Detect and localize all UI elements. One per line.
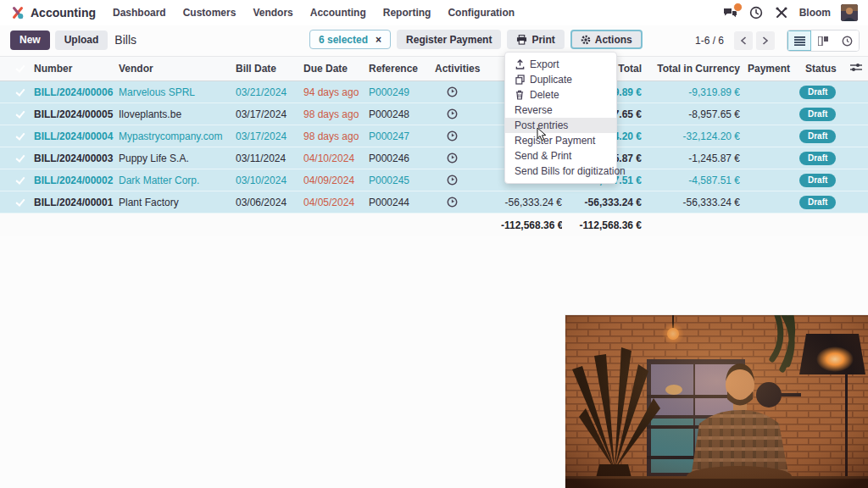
selected-count-badge[interactable]: 6 selected ×	[309, 30, 391, 49]
pager-next-icon[interactable]	[756, 31, 775, 50]
col-header-bill-date[interactable]: Bill Date	[236, 63, 303, 75]
bill-number[interactable]: BILL/2024/00001	[34, 197, 119, 208]
kanban-view-icon[interactable]	[811, 30, 835, 51]
table-header-row: Number Vendor Bill Date Due Date Referen…	[0, 56, 868, 81]
activity-clock-icon[interactable]	[447, 152, 501, 164]
col-header-reference[interactable]: Reference	[369, 63, 435, 75]
bill-due-date: 04/05/2024	[303, 197, 369, 208]
bill-number[interactable]: BILL/2024/00004	[34, 130, 119, 142]
menu-item-label: Reverse	[515, 104, 553, 116]
menu-item-label: Register Payment	[515, 135, 595, 147]
table-row[interactable]: BILL/2024/00004 Mypastrycompany.com 03/1…	[0, 125, 868, 147]
new-button[interactable]: New	[10, 30, 50, 50]
nav-accounting[interactable]: Accounting	[302, 7, 375, 19]
breadcrumb[interactable]: Bills	[114, 33, 136, 47]
bill-date: 03/17/2024	[236, 108, 303, 120]
activity-clock-icon[interactable]	[447, 130, 501, 141]
odoo-accounting-logo-icon	[10, 5, 25, 20]
presenter-scene	[565, 315, 868, 488]
messages-icon[interactable]	[723, 5, 738, 20]
table-row[interactable]: BILL/2024/00002 Dark Matter Corp. 03/10/…	[0, 169, 868, 191]
col-header-status[interactable]: Status	[793, 63, 850, 75]
bill-reference: P000246	[369, 152, 435, 164]
menu-item-post-entries[interactable]: Post entries	[505, 118, 616, 133]
register-payment-button[interactable]: Register Payment	[397, 30, 501, 49]
menu-item-reverse[interactable]: Reverse	[505, 103, 616, 118]
col-header-total-in-currency[interactable]: Total in Currency	[642, 63, 740, 75]
actions-button[interactable]: Actions	[570, 30, 643, 49]
nav-vendors[interactable]: Vendors	[244, 7, 301, 19]
activity-clock-icon[interactable]	[447, 86, 501, 97]
bill-number[interactable]: BILL/2024/00005	[34, 108, 119, 120]
menu-item-send-print[interactable]: Send & Print	[505, 148, 616, 164]
bill-total-currency: -4,587.51 €	[642, 175, 740, 186]
table-body: BILL/2024/00006 Marvelous SPRL 03/21/202…	[0, 81, 868, 214]
print-label: Print	[531, 34, 554, 46]
menu-item-duplicate[interactable]: Duplicate	[505, 72, 616, 87]
bill-vendor: Plant Factory	[119, 197, 236, 208]
export-icon	[515, 59, 525, 69]
col-header-activities[interactable]: Activities	[435, 63, 501, 75]
status-badge: Draft	[799, 196, 836, 209]
table-row[interactable]: BILL/2024/00005 Iloveplants.be 03/17/202…	[0, 103, 868, 125]
view-switcher	[787, 30, 860, 52]
tools-icon[interactable]	[774, 5, 789, 20]
control-panel: New Upload Bills 6 selected × Register P…	[0, 25, 868, 54]
adjust-columns-icon[interactable]	[850, 63, 868, 75]
menu-item-send-bills-digitization[interactable]: Send Bills for digitization	[505, 164, 616, 179]
bill-reference: P000244	[369, 197, 435, 208]
nav-configuration[interactable]: Configuration	[439, 7, 523, 19]
col-header-payment[interactable]: Payment	[740, 63, 793, 75]
bill-total-currency: -56,333.24 €	[642, 197, 740, 208]
bill-reference: P000247	[369, 130, 435, 142]
table-row[interactable]: BILL/2024/00001 Plant Factory 03/06/2024…	[0, 191, 868, 214]
bill-date: 03/06/2024	[236, 197, 303, 208]
menu-item-delete[interactable]: Delete	[505, 87, 616, 103]
clear-selection-icon[interactable]: ×	[376, 34, 381, 46]
bill-due-date: 04/09/2024	[303, 175, 369, 186]
nav-customers[interactable]: Customers	[175, 7, 245, 19]
bill-vendor: Mypastrycompany.com	[119, 130, 236, 142]
bills-list: Number Vendor Bill Date Due Date Referen…	[0, 56, 868, 236]
print-button[interactable]: Print	[507, 30, 564, 49]
duplicate-icon	[515, 75, 525, 85]
bill-vendor: Iloveplants.be	[119, 108, 236, 120]
menu-item-label: Send & Print	[515, 150, 571, 162]
menu-item-label: Duplicate	[530, 74, 572, 86]
bill-reference: P000245	[369, 175, 435, 186]
bill-due-date: 94 days ago	[303, 86, 369, 98]
list-view-icon[interactable]	[787, 30, 811, 51]
col-header-number[interactable]: Number	[34, 63, 119, 75]
table-row[interactable]: BILL/2024/00003 Puppy Life S.A. 03/11/20…	[0, 147, 868, 169]
user-avatar[interactable]	[841, 4, 858, 21]
activity-clock-icon[interactable]	[447, 175, 501, 186]
bill-number[interactable]: BILL/2024/00002	[34, 175, 119, 186]
app-brand[interactable]: Accounting	[10, 5, 96, 20]
activity-clock-icon[interactable]	[447, 108, 501, 119]
activities-clock-icon[interactable]	[748, 5, 764, 20]
pager-prev-icon[interactable]	[734, 31, 753, 50]
bill-vendor: Puppy Life S.A.	[119, 152, 236, 164]
printer-icon	[516, 35, 527, 45]
nav-reporting[interactable]: Reporting	[375, 7, 440, 19]
upload-button[interactable]: Upload	[55, 30, 108, 50]
nav-dashboard[interactable]: Dashboard	[104, 7, 175, 19]
bill-date: 03/10/2024	[236, 175, 303, 186]
status-badge: Draft	[799, 174, 836, 187]
bill-due-date: 98 days ago	[303, 108, 369, 120]
activity-clock-icon[interactable]	[447, 197, 501, 208]
activity-view-icon[interactable]	[835, 30, 859, 51]
bill-total: -56,333.24 €	[562, 197, 642, 208]
bill-total-currency: -1,245.87 €	[642, 152, 740, 164]
bill-number[interactable]: BILL/2024/00006	[34, 86, 119, 98]
presenter-video-overlay[interactable]	[565, 315, 868, 488]
bill-vendor: Marvelous SPRL	[119, 86, 236, 98]
status-badge: Draft	[799, 152, 836, 165]
user-name[interactable]: Bloom	[799, 7, 831, 19]
bill-number[interactable]: BILL/2024/00003	[34, 152, 119, 164]
col-header-vendor[interactable]: Vendor	[119, 63, 236, 75]
table-row[interactable]: BILL/2024/00006 Marvelous SPRL 03/21/202…	[0, 81, 868, 103]
menu-item-register-payment[interactable]: Register Payment	[505, 133, 616, 148]
col-header-due-date[interactable]: Due Date	[303, 63, 369, 75]
menu-item-export[interactable]: Export	[505, 57, 616, 72]
